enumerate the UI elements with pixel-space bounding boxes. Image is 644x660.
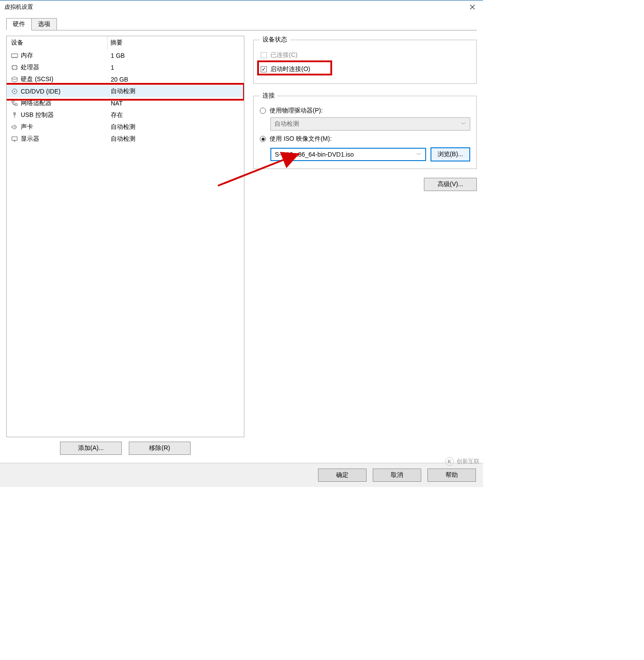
help-button[interactable]: 帮助 — [427, 469, 476, 482]
device-summary: NAT — [107, 100, 244, 107]
device-row-network[interactable]: 网络适配器 NAT — [7, 97, 244, 109]
device-summary: 存在 — [107, 111, 244, 119]
device-list: 设备 摘要 内存 1 GB 处理器 1 硬盘 (SCSI) 20 — [6, 36, 244, 437]
chevron-down-icon: ﹀ — [461, 120, 466, 128]
use-physical-label: 使用物理驱动器(P): — [270, 107, 323, 115]
device-row-disk[interactable]: 硬盘 (SCSI) 20 GB — [7, 73, 244, 85]
tab-strip: 硬件 选项 — [6, 17, 483, 30]
connect-at-poweron-checkbox[interactable] — [261, 66, 267, 72]
ok-button[interactable]: 确定 — [318, 469, 367, 482]
display-icon — [11, 136, 18, 142]
connected-checkbox — [261, 52, 267, 58]
chevron-down-icon: ﹀ — [416, 151, 422, 158]
connected-label: 已连接(C) — [270, 51, 297, 59]
use-iso-radio[interactable] — [260, 136, 266, 142]
device-name: 声卡 — [21, 123, 107, 131]
device-row-cd-dvd[interactable]: CD/DVD (IDE) 自动检测 — [7, 85, 244, 97]
svg-point-4 — [14, 90, 15, 92]
connected-checkbox-row: 已连接(C) — [260, 50, 470, 60]
help-button-label: 帮助 — [446, 471, 458, 478]
use-iso-label: 使用 ISO 映像文件(M): — [270, 135, 332, 143]
advanced-button[interactable]: 高级(V)... — [424, 178, 477, 191]
close-icon — [470, 4, 475, 10]
cd-icon — [11, 88, 18, 94]
add-button-label: 添加(A)... — [78, 444, 104, 451]
header-device: 设备 — [7, 36, 107, 49]
browse-button[interactable]: 浏览(B)... — [431, 147, 470, 161]
device-name: CD/DVD (IDE) — [21, 88, 107, 95]
advanced-button-label: 高级(V)... — [438, 180, 463, 188]
device-summary: 1 GB — [107, 52, 244, 59]
device-summary: 自动检测 — [107, 135, 244, 143]
device-row-cpu[interactable]: 处理器 1 — [7, 61, 244, 73]
close-button[interactable] — [464, 1, 481, 13]
svg-rect-7 — [12, 137, 17, 140]
title-bar: 虚拟机设置 — [0, 0, 483, 13]
device-status-legend: 设备状态 — [260, 36, 290, 44]
device-status-group: 设备状态 已连接(C) 启动时连接(O) — [253, 36, 477, 84]
svg-rect-1 — [12, 66, 17, 69]
window-title: 虚拟机设置 — [4, 3, 33, 11]
device-list-header: 设备 摘要 — [7, 36, 244, 49]
connection-group: 连接 使用物理驱动器(P): 自动检测 ﹀ 使用 ISO 映像文件(M): — [253, 92, 477, 169]
tab-options-label: 选项 — [38, 20, 50, 27]
device-name: 处理器 — [21, 64, 107, 71]
device-name: 显示器 — [21, 135, 107, 143]
iso-file-dropdown[interactable]: S-6.10-x86_64-bin-DVD1.iso ﹀ — [270, 148, 426, 161]
use-physical-radio-row[interactable]: 使用物理驱动器(P): — [260, 107, 470, 115]
device-name: 内存 — [21, 52, 107, 60]
svg-rect-5 — [12, 101, 14, 103]
device-row-sound[interactable]: 声卡 自动检测 — [7, 121, 244, 133]
ok-button-label: 确定 — [336, 471, 348, 478]
disk-icon — [11, 76, 18, 82]
watermark: K 创新互联 — [445, 457, 479, 466]
connection-legend: 连接 — [260, 92, 277, 100]
iso-file-value: S-6.10-x86_64-bin-DVD1.iso — [275, 151, 354, 158]
header-summary: 摘要 — [107, 36, 244, 49]
device-row-usb[interactable]: USB 控制器 存在 — [7, 109, 244, 121]
device-summary: 自动检测 — [107, 123, 244, 131]
memory-icon — [11, 52, 18, 59]
remove-button[interactable]: 移除(R) — [129, 442, 191, 455]
network-icon — [11, 100, 18, 106]
device-summary: 自动检测 — [107, 87, 244, 95]
use-physical-radio[interactable] — [260, 108, 266, 114]
cancel-button[interactable]: 取消 — [373, 469, 421, 482]
tab-hardware[interactable]: 硬件 — [6, 18, 32, 30]
watermark-logo-icon: K — [445, 457, 454, 466]
add-remove-bar: 添加(A)... 移除(R) — [6, 442, 244, 455]
svg-point-2 — [12, 77, 17, 79]
use-iso-radio-row[interactable]: 使用 ISO 映像文件(M): — [260, 135, 470, 143]
device-row-memory[interactable]: 内存 1 GB — [7, 49, 244, 61]
svg-rect-0 — [11, 54, 18, 57]
device-name: 网络适配器 — [21, 99, 107, 107]
device-row-display[interactable]: 显示器 自动检测 — [7, 133, 244, 145]
device-name: USB 控制器 — [21, 111, 107, 119]
add-button[interactable]: 添加(A)... — [60, 442, 122, 455]
device-summary: 1 — [107, 64, 244, 71]
tab-hardware-label: 硬件 — [13, 20, 25, 27]
physical-drive-value: 自动检测 — [274, 120, 299, 128]
physical-drive-dropdown: 自动检测 ﹀ — [270, 117, 470, 131]
browse-button-label: 浏览(B)... — [438, 150, 463, 158]
cpu-icon — [11, 64, 18, 71]
device-name: 硬盘 (SCSI) — [21, 75, 107, 83]
tab-options[interactable]: 选项 — [31, 18, 57, 30]
remove-button-label: 移除(R) — [149, 444, 170, 451]
device-summary: 20 GB — [107, 76, 244, 83]
connect-at-poweron-label: 启动时连接(O) — [270, 65, 310, 73]
watermark-text: 创新互联 — [457, 458, 479, 465]
dialog-footer: 确定 取消 帮助 — [0, 463, 483, 487]
svg-rect-6 — [15, 104, 17, 105]
usb-icon — [11, 112, 18, 118]
sound-icon — [11, 124, 18, 130]
cancel-button-label: 取消 — [391, 471, 403, 478]
connect-at-poweron-row[interactable]: 启动时连接(O) — [260, 64, 311, 75]
